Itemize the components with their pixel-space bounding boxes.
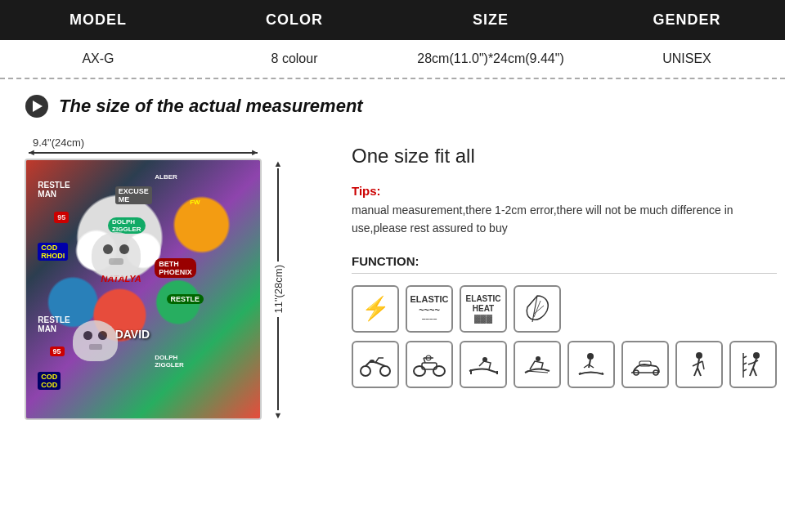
svg-line-11: [424, 358, 425, 363]
svg-point-17: [536, 356, 541, 361]
measurement-diagram: RESTLEMAN ALBER FW 95 DOLPHZIGGLER CODRH…: [25, 159, 319, 420]
sled-svg: [520, 350, 554, 379]
climbing-icon-box: [729, 341, 777, 388]
light-icon-box: [514, 285, 561, 333]
svg-line-33: [698, 368, 701, 376]
product-image: RESTLEMAN ALBER FW 95 DOLPHZIGGLER CODRH…: [25, 159, 262, 420]
feather-svg: [523, 294, 552, 324]
arrow-right-circle-icon: [25, 94, 49, 118]
svg-point-9: [433, 366, 445, 376]
ski-icon-box: [567, 341, 615, 388]
info-section: One size fit all Tips: manual measuremen…: [335, 136, 777, 420]
svg-point-28: [696, 352, 702, 359]
svg-line-32: [694, 368, 698, 376]
svg-line-20: [589, 360, 590, 368]
snowmobile-icon-box: [460, 341, 507, 388]
motorcycle-icon-box: [352, 341, 399, 388]
svg-line-21: [584, 364, 589, 368]
svg-point-7: [370, 360, 375, 363]
sled-icon-box: [514, 341, 561, 388]
svg-point-6: [380, 366, 390, 376]
snowmobile-svg: [466, 350, 500, 379]
data-gender: UNISEX: [589, 51, 785, 66]
function-icons-row1: ⚡ ELASTIC~~~~ ~~~~ ELASTICHEAT▓▓▓: [352, 285, 777, 333]
climbing-svg: [738, 350, 768, 379]
atv-icon-box: [406, 341, 453, 388]
main-content: 9.4"(24cm) ◄ ► RESTLEMAN ALBER FW 95 DOL…: [0, 128, 785, 436]
snowmobile2-icon-box: [621, 341, 669, 388]
svg-line-30: [693, 364, 698, 366]
svg-line-39: [750, 368, 753, 376]
measurement-section: 9.4"(24cm) ◄ ► RESTLEMAN ALBER FW 95 DOL…: [25, 136, 319, 420]
atv-svg: [412, 350, 446, 379]
fast-dry-icon-box: ⚡: [352, 285, 399, 333]
motorcycle-svg: [359, 350, 392, 379]
data-size: 28cm(11.0")*24cm(9.44"): [392, 51, 589, 66]
tips-label: Tips:: [352, 184, 777, 198]
section-title: The size of the actual measurement: [59, 96, 363, 117]
header-gender: GENDER: [589, 11, 785, 29]
data-model: AX-G: [0, 51, 196, 66]
header-row: MODEL COLOR SIZE GENDER: [0, 0, 785, 40]
svg-point-19: [587, 353, 594, 360]
header-size: SIZE: [392, 11, 589, 29]
ski-svg: [574, 350, 608, 379]
svg-line-34: [702, 361, 704, 369]
svg-line-40: [753, 368, 756, 376]
data-color: 8 colour: [196, 51, 392, 66]
svg-line-37: [748, 363, 753, 364]
section-title-row: The size of the actual measurement: [0, 79, 785, 128]
svg-point-35: [753, 352, 760, 359]
svg-line-18: [527, 371, 548, 373]
hiking-icon-box: [675, 341, 723, 388]
header-color: COLOR: [196, 11, 392, 29]
data-row: AX-G 8 colour 28cm(11.0")*24cm(9.44") UN…: [0, 40, 785, 79]
svg-point-5: [361, 366, 370, 376]
function-icons-row2: [352, 341, 777, 388]
height-label: 11"(28cm): [272, 262, 285, 317]
heat-icon-box: ELASTICHEAT▓▓▓: [460, 285, 507, 333]
svg-point-14: [482, 357, 487, 362]
snowmobile2-svg: [628, 350, 662, 379]
one-size-text: One size fit all: [352, 145, 777, 168]
height-arrow-col: ▲ 11"(28cm) ▼: [262, 159, 294, 420]
svg-point-8: [414, 366, 425, 376]
header-model: MODEL: [0, 11, 196, 29]
hiking-svg: [684, 350, 714, 379]
tips-text: manual measurement,there 1-2cm error,the…: [352, 201, 777, 238]
elastic-icon-box: ELASTIC~~~~ ~~~~: [406, 285, 453, 333]
function-label: FUNCTION:: [352, 254, 777, 274]
width-label: 9.4"(24cm): [33, 136, 84, 149]
